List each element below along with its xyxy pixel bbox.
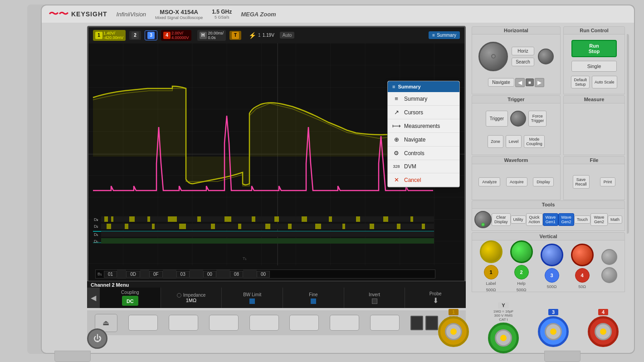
hw-btn-6[interactable] (330, 315, 359, 331)
dvm-icon: 328 (392, 164, 400, 169)
zoom-knob[interactable] (538, 49, 554, 64)
vert-ch3-knob[interactable] (541, 244, 563, 266)
hw-btn-5[interactable] (289, 315, 319, 331)
navigate-button[interactable]: Navigate (488, 78, 514, 87)
math-button[interactable]: Math (608, 215, 622, 224)
invert-button[interactable]: Invert (344, 288, 405, 308)
svg-rect-9 (111, 216, 113, 222)
print-button[interactable]: Print (600, 177, 616, 186)
menu-item-cursors[interactable]: ↗ Cursors (388, 106, 459, 119)
waveform-box: Analyze Acquire Display (472, 164, 561, 200)
single-button[interactable]: Single (571, 61, 617, 72)
menu-item-controls[interactable]: ⚙ Controls (388, 147, 459, 160)
trigger-top: Trigger ForceTrigger (486, 111, 547, 127)
ch2-connector-group: Y 1MΩ = 16pF300 V RMSCAT I (488, 302, 519, 353)
fine-button[interactable]: Fine (283, 288, 344, 308)
run-stop-button[interactable]: Run Stop (571, 40, 617, 57)
wave-gen1-button[interactable]: WaveGen1 (543, 213, 559, 226)
nav-stop[interactable]: ■ (526, 78, 534, 86)
zone-button[interactable]: Zone (488, 135, 503, 148)
utility-button[interactable]: Utility (511, 215, 526, 224)
intensity-led (481, 223, 485, 226)
vert-ch3-button[interactable]: 3 (545, 268, 559, 283)
vert-ch1-knob[interactable] (480, 240, 503, 263)
ch4-header[interactable]: 4 2.00V/ 4.00000V (161, 30, 191, 41)
impedance-value: 1MΩ (186, 298, 197, 303)
menu-item-dvm[interactable]: 328 DVM (388, 160, 459, 173)
horiz-button[interactable]: Horiz (512, 47, 534, 55)
nav-left[interactable]: ◀ (515, 78, 525, 87)
usb-port-1[interactable] (410, 316, 423, 330)
serial-cell-6: 08 (230, 271, 243, 278)
header-bar: 〜〜 KEYSIGHT InfiniiVision MSO-X 4154A Mi… (42, 5, 634, 23)
ch2-number: 2 (132, 32, 139, 39)
svg-text:D₂: D₂ (94, 224, 99, 229)
vert-ch2-knob[interactable] (510, 240, 533, 263)
svg-rect-31 (288, 224, 292, 229)
tools-left-knob (474, 211, 492, 228)
hw-btn-1[interactable] (128, 315, 158, 331)
wave-gen2-button[interactable]: WaveGen2 (558, 213, 574, 226)
serial-cell-1: 01 (104, 271, 117, 278)
menu-item-cancel[interactable]: ✕ Cancel (388, 173, 459, 187)
ch3-header[interactable]: 3 (145, 30, 157, 40)
ch3-connector-center (550, 328, 556, 335)
h-badge[interactable]: H 20.00ns/ 0.0s (197, 30, 226, 41)
level-button[interactable]: Level (506, 135, 522, 148)
fine-knob-2[interactable] (601, 267, 617, 283)
vert-ch4-knob[interactable] (571, 244, 594, 266)
search-button[interactable]: Search (512, 58, 534, 66)
bw-limit-button[interactable]: BW Limit (222, 288, 283, 308)
auto-scale-button[interactable]: Auto Scale (592, 76, 617, 88)
menu-item-measurements[interactable]: ⟼ Measurements (388, 119, 459, 133)
power-button[interactable]: ⏻ (87, 328, 107, 349)
acquire-button[interactable]: Acquire (506, 177, 527, 186)
ch3-connector-inner (545, 323, 562, 340)
default-setup-button[interactable]: DefaultSetup (571, 76, 590, 88)
svg-rect-11 (147, 216, 150, 222)
summary-menu-icon: ≡ (392, 95, 400, 102)
save-recall-button[interactable]: SaveRecall (573, 175, 590, 189)
hw-btn-2[interactable] (169, 315, 198, 331)
force-trigger-button[interactable]: ForceTrigger (528, 111, 546, 127)
summary-button[interactable]: ≡ Summary (429, 31, 460, 39)
menu-item-navigate[interactable]: ⊕ Navigate (388, 133, 459, 147)
coupling-value: DC (122, 296, 138, 306)
analyze-button[interactable]: Analyze (478, 177, 500, 186)
hw-btn-3[interactable] (209, 315, 239, 331)
ch2-header[interactable]: 2 (129, 31, 141, 40)
t-badge[interactable]: T (229, 31, 241, 40)
dropdown-menu[interactable]: ≡ Summary ≡ Summary ↗ Cursors ⟼ Measurem… (387, 81, 460, 187)
coupling-button[interactable]: Coupling DC (100, 288, 161, 308)
vert-ch4-button[interactable]: 4 (575, 268, 590, 283)
vert-ch2-button[interactable]: 2 (514, 265, 529, 279)
clear-display-button[interactable]: ClearDisplay (492, 213, 511, 226)
vert-ch1-button[interactable]: 1 (484, 265, 498, 279)
ch1-header[interactable]: 1 1.40V/ -420.00mV (93, 30, 126, 41)
tools-main-knob[interactable] (474, 211, 492, 228)
ch2-connector-center (500, 335, 507, 341)
svg-rect-21 (410, 216, 413, 222)
serial-cell-5: 00 (203, 271, 216, 278)
quick-action-button[interactable]: QuickAction (526, 213, 543, 226)
trigger-button[interactable]: Trigger (486, 111, 508, 127)
hw-btn-4[interactable] (249, 315, 279, 331)
bottom-connectors: 1 Y 1MΩ = 16pF300 V RMSCAT I 3 (429, 299, 628, 356)
hw-btn-7[interactable] (370, 315, 400, 331)
impedance-button[interactable]: Impedance 1MΩ (161, 288, 222, 308)
touch-button[interactable]: Touch (574, 215, 590, 224)
display-button[interactable]: Display (533, 177, 554, 186)
menu-icon: ≡ (392, 84, 395, 89)
vert-ch2-imp: 500Ω (517, 288, 527, 292)
rel-button[interactable]: Wave Gen2 (590, 213, 608, 226)
model-info: MSO-X 4154A Mixed Signal Oscilloscope (155, 9, 203, 20)
model-name: MSO-X 4154A (160, 9, 198, 15)
foot-left (54, 351, 91, 362)
nav-right[interactable]: ▶ (535, 78, 544, 87)
fine-knob-1[interactable] (601, 249, 617, 265)
menu-arrow-left[interactable]: ◀ (87, 288, 100, 308)
trigger-level-knob[interactable] (510, 111, 526, 127)
menu-item-summary[interactable]: ≡ Summary (388, 92, 459, 106)
horizontal-knob[interactable] (478, 42, 508, 71)
mode-coupling-button[interactable]: ModeCoupling (524, 135, 545, 148)
